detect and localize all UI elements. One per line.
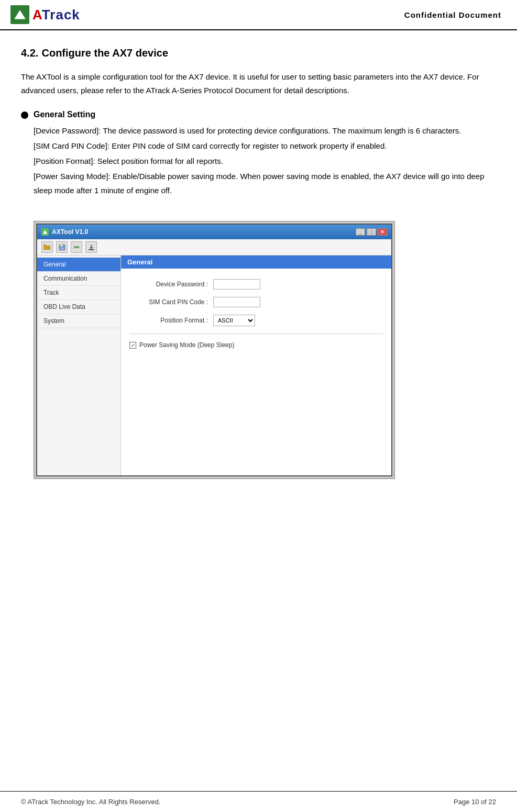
device-password-label: Device Password : bbox=[129, 281, 213, 288]
page-header: ATrack Confidential Document bbox=[0, 0, 517, 30]
sidebar-item-general[interactable]: General bbox=[37, 258, 120, 272]
general-line-2: [SIM Card PIN Code]: Enter PIN code of S… bbox=[34, 139, 496, 153]
save-icon[interactable] bbox=[56, 241, 68, 253]
form-divider bbox=[129, 333, 383, 334]
svg-point-8 bbox=[74, 246, 76, 248]
logo-icon bbox=[10, 5, 29, 24]
logo: ATrack bbox=[10, 5, 80, 24]
position-format-select[interactable]: ASCII bbox=[213, 315, 255, 326]
svg-rect-10 bbox=[89, 249, 94, 250]
sim-pin-row: SIM Card PIN Code : bbox=[129, 297, 383, 307]
svg-rect-5 bbox=[60, 244, 63, 247]
position-format-label: Position Format : bbox=[129, 317, 213, 324]
general-setting-section: General Setting [Device Password]: The d… bbox=[21, 110, 496, 197]
app-body: General Communication Track OBD Live Dat… bbox=[37, 255, 391, 475]
general-line-4: [Power Saving Mode]: Enable/Disable powe… bbox=[34, 169, 496, 197]
sim-pin-label: SIM Card PIN Code : bbox=[129, 298, 213, 306]
section-title: 4.2. Configure the AX7 device bbox=[21, 46, 496, 60]
svg-marker-1 bbox=[43, 230, 47, 234]
main-content: 4.2. Configure the AX7 device The AXTool… bbox=[0, 30, 517, 534]
svg-point-9 bbox=[77, 246, 79, 248]
device-password-input[interactable] bbox=[213, 279, 260, 290]
app-title: AXTool V1.0 bbox=[52, 228, 88, 236]
connect-icon[interactable] bbox=[71, 241, 82, 253]
minimize-button[interactable]: _ bbox=[356, 228, 365, 236]
power-saving-checkbox[interactable]: ✓ bbox=[129, 342, 136, 349]
sidebar-item-communication[interactable]: Communication bbox=[37, 272, 120, 286]
position-format-select-wrapper: ASCII bbox=[213, 315, 255, 326]
power-saving-label: Power Saving Mode (Deep Sleep) bbox=[139, 341, 234, 349]
sidebar-item-obd[interactable]: OBD Live Data bbox=[37, 300, 120, 314]
app-sidebar: General Communication Track OBD Live Dat… bbox=[37, 255, 121, 475]
bullet-header: General Setting bbox=[21, 110, 496, 119]
content-header: General bbox=[121, 255, 391, 269]
title-bar: AXTool V1.0 _ □ ✕ bbox=[37, 225, 391, 239]
page-footer: © ATrack Technology Inc. All Rights Rese… bbox=[0, 791, 517, 812]
copyright-text: © ATrack Technology Inc. All Rights Rese… bbox=[21, 798, 161, 806]
title-bar-left: AXTool V1.0 bbox=[41, 228, 88, 236]
logo-wordmark: ATrack bbox=[32, 7, 80, 23]
sidebar-item-system[interactable]: System bbox=[37, 314, 120, 328]
bullet-icon bbox=[21, 112, 28, 119]
app-content: General Device Password : SIM Card PIN C… bbox=[121, 255, 391, 475]
device-password-row: Device Password : bbox=[129, 279, 383, 290]
position-format-row: Position Format : ASCII bbox=[129, 315, 383, 326]
app-window: AXTool V1.0 _ □ ✕ bbox=[36, 224, 392, 476]
confidential-label: Confidential Document bbox=[404, 10, 501, 19]
svg-rect-6 bbox=[60, 248, 64, 250]
app-screenshot: AXTool V1.0 _ □ ✕ bbox=[34, 221, 395, 479]
close-button[interactable]: ✕ bbox=[378, 228, 387, 236]
app-toolbar bbox=[37, 239, 391, 255]
page-number: Page 10 of 22 bbox=[454, 798, 496, 806]
sim-pin-input[interactable] bbox=[213, 297, 260, 307]
intro-paragraph: The AXTool is a simple configuration too… bbox=[21, 70, 496, 97]
general-line-3: [Position Format]: Select position forma… bbox=[34, 154, 496, 168]
download-icon[interactable] bbox=[85, 241, 97, 253]
sidebar-item-track[interactable]: Track bbox=[37, 286, 120, 300]
general-setting-label: General Setting bbox=[34, 110, 95, 119]
maximize-button[interactable]: □ bbox=[367, 228, 376, 236]
svg-rect-3 bbox=[43, 244, 46, 246]
bullet-content: [Device Password]: The device password i… bbox=[34, 124, 496, 197]
svg-marker-0 bbox=[15, 10, 25, 19]
window-controls: _ □ ✕ bbox=[356, 228, 387, 236]
content-body: Device Password : SIM Card PIN Code : Po… bbox=[121, 269, 391, 359]
folder-icon[interactable] bbox=[41, 241, 53, 253]
app-icon bbox=[41, 228, 49, 236]
power-saving-row: ✓ Power Saving Mode (Deep Sleep) bbox=[129, 341, 383, 349]
general-line-1: [Device Password]: The device password i… bbox=[34, 124, 496, 138]
